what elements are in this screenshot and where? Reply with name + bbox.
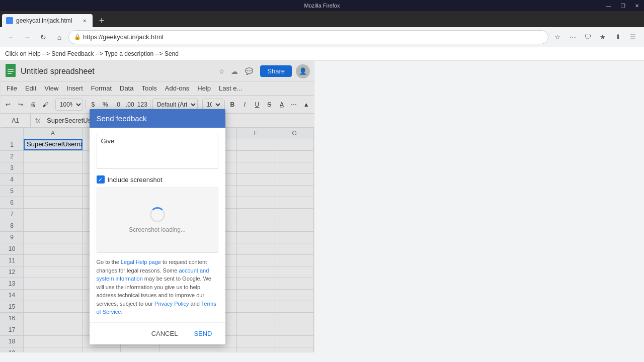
- instruction-text: Click on Help --> Send Feedback --> Type…: [5, 50, 179, 57]
- download-icon[interactable]: ⬇: [611, 30, 625, 44]
- dialog-footer: CANCEL SEND: [90, 322, 225, 344]
- close-button[interactable]: ✕: [630, 0, 644, 11]
- star-icon[interactable]: ★: [596, 30, 610, 44]
- legal-help-link[interactable]: Legal Help page: [121, 259, 161, 265]
- dialog-body: Give ✓ Include screenshot Screenshot loa…: [90, 128, 225, 322]
- address-text: https://geekycat.in/jack.html: [83, 33, 543, 41]
- privacy-policy-link[interactable]: Privacy Policy: [154, 301, 189, 307]
- home-button[interactable]: ⌂: [52, 30, 66, 44]
- bookmarks-icon[interactable]: ☆: [550, 30, 565, 44]
- lock-icon: 🔒: [74, 34, 81, 40]
- tab-bar: geekycat.in/jack.html ✕ +: [0, 11, 644, 27]
- minimize-button[interactable]: —: [602, 0, 616, 11]
- send-feedback-dialog: Send feedback Give ✓ Include screenshot …: [90, 109, 225, 344]
- loading-text: Screenshot loading...: [129, 226, 186, 233]
- legal-period: .: [121, 309, 122, 315]
- feedback-textarea[interactable]: Give: [97, 134, 218, 169]
- address-bar[interactable]: 🔒 https://geekycat.in/jack.html: [68, 30, 548, 44]
- send-button[interactable]: SEND: [188, 327, 218, 340]
- reload-button[interactable]: ↻: [36, 30, 50, 44]
- tab-title: geekycat.in/jack.html: [16, 17, 78, 24]
- loading-spinner: [150, 207, 165, 222]
- window-controls: — ❐ ✕: [602, 0, 644, 11]
- navigation-bar: ← → ↻ ⌂ 🔒 https://geekycat.in/jack.html …: [0, 27, 644, 47]
- forward-button[interactable]: →: [20, 30, 34, 44]
- nav-right-icons: ☆ ⋯ 🛡 ★ ⬇ ☰: [550, 30, 640, 44]
- include-screenshot-label: Include screenshot: [108, 176, 163, 184]
- include-screenshot-row: ✓ Include screenshot: [97, 175, 218, 184]
- new-tab-button[interactable]: +: [95, 14, 109, 27]
- back-button[interactable]: ←: [4, 30, 18, 44]
- titlebar: Mozilla Firefox — ❐ ✕: [0, 0, 644, 11]
- dialog-title: Send feedback: [90, 109, 225, 128]
- main-content: Untitled spreadsheet ☆ ☁ 💬 Share 👤 File …: [0, 61, 644, 352]
- dialog-overlay: Send feedback Give ✓ Include screenshot …: [1, 61, 314, 352]
- window-title: Mozilla Firefox: [304, 3, 340, 9]
- tab-close-button[interactable]: ✕: [80, 17, 89, 25]
- screenshot-preview: Screenshot loading...: [97, 188, 218, 253]
- legal-and: and: [189, 301, 201, 307]
- shield-icon[interactable]: 🛡: [581, 30, 595, 44]
- menu-button[interactable]: ☰: [626, 30, 640, 44]
- legal-text: Go to the Legal Help page to request con…: [97, 258, 218, 316]
- instruction-bar: Click on Help --> Send Feedback --> Type…: [0, 47, 644, 61]
- cancel-button[interactable]: CANCEL: [145, 327, 184, 340]
- active-tab[interactable]: geekycat.in/jack.html ✕: [2, 14, 93, 27]
- extensions-icon[interactable]: ⋯: [566, 30, 580, 44]
- include-screenshot-checkbox[interactable]: ✓: [97, 175, 105, 184]
- sheets-app: Untitled spreadsheet ☆ ☁ 💬 Share 👤 File …: [0, 61, 314, 352]
- screenshot-section: ✓ Include screenshot Screenshot loading.…: [97, 175, 218, 253]
- legal-prefix: Go to the: [97, 259, 121, 265]
- maximize-button[interactable]: ❐: [616, 0, 630, 11]
- right-empty-area: [314, 61, 644, 352]
- tab-favicon: [6, 17, 13, 24]
